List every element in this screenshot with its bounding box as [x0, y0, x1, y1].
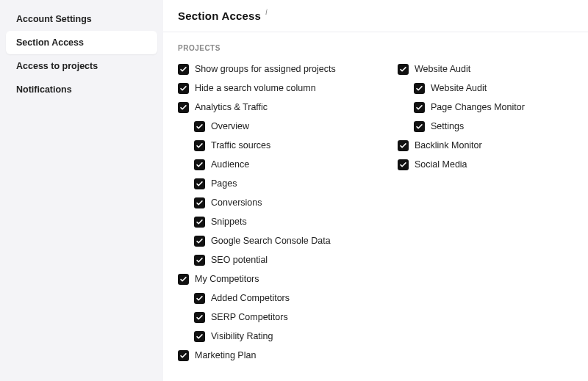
sidebar: Account SettingsSection AccessAccess to …	[0, 0, 163, 381]
page-title: Section Access	[178, 10, 261, 22]
permission-label: Website Audit	[415, 64, 470, 74]
sidebar-item-label: Section Access	[16, 37, 84, 48]
main: Section Access i PROJECTS Show groups fo…	[163, 0, 588, 381]
checkbox[interactable]	[398, 159, 409, 170]
page-header: Section Access i	[163, 0, 588, 32]
check-icon	[196, 161, 204, 169]
permission-label: SERP Competitors	[211, 312, 288, 322]
permission-label: Snippets	[211, 217, 247, 227]
check-icon	[415, 84, 423, 92]
check-icon	[196, 199, 204, 207]
permission-row: Settings	[414, 117, 573, 136]
permission-label: Pages	[211, 178, 237, 189]
permission-label: Show groups for assigned projects	[195, 64, 336, 74]
checkbox[interactable]	[194, 121, 205, 132]
check-icon	[179, 275, 187, 283]
check-icon	[196, 294, 204, 302]
permission-label: Settings	[431, 121, 464, 131]
check-icon	[179, 352, 187, 360]
check-icon	[196, 333, 204, 341]
check-icon	[399, 65, 407, 73]
permission-row: Website Audit	[414, 79, 573, 98]
projects-col-left: Show groups for assigned projectsHide a …	[178, 59, 354, 365]
check-icon	[415, 123, 423, 131]
permission-label: Page Changes Monitor	[431, 102, 525, 112]
permission-label: Conversions	[211, 197, 262, 208]
permission-row: Overview	[194, 117, 354, 136]
checkbox[interactable]	[414, 83, 425, 94]
permission-row: Visibility Rating	[194, 327, 354, 346]
checkbox[interactable]	[194, 159, 205, 170]
projects-col-right: Website AuditWebsite AuditPage Changes M…	[398, 59, 573, 365]
permission-row: Google Search Console Data	[194, 231, 354, 250]
check-icon	[399, 142, 407, 150]
checkbox[interactable]	[178, 274, 189, 285]
checkbox[interactable]	[194, 236, 205, 247]
checkbox[interactable]	[178, 102, 189, 113]
check-icon	[196, 142, 204, 150]
permission-row: Marketing Plan	[178, 346, 354, 365]
checkbox[interactable]	[194, 312, 205, 323]
sidebar-item-label: Account Settings	[16, 14, 92, 24]
check-icon	[179, 84, 187, 92]
check-icon	[196, 123, 204, 131]
sidebar-item-notifications[interactable]: Notifications	[6, 78, 157, 101]
permission-row: Page Changes Monitor	[414, 98, 573, 117]
permission-row: Show groups for assigned projects	[178, 59, 354, 79]
permission-row: Analytics & Traffic	[178, 98, 354, 117]
permission-label: Added Competitors	[211, 293, 290, 303]
check-icon	[196, 313, 204, 322]
sidebar-item-section-access[interactable]: Section Access	[6, 31, 157, 54]
permission-label: Hide a search volume column	[195, 83, 316, 93]
permission-row: Conversions	[194, 193, 354, 212]
sidebar-item-account-settings[interactable]: Account Settings	[6, 7, 157, 31]
permission-row: Traffic sources	[194, 136, 354, 155]
permission-label: Google Search Console Data	[211, 236, 331, 246]
sidebar-item-label: Notifications	[16, 84, 72, 95]
permission-label: Social Media	[415, 159, 467, 170]
checkbox[interactable]	[178, 83, 189, 94]
checkbox[interactable]	[398, 64, 409, 75]
checkbox[interactable]	[194, 197, 205, 208]
permission-row: Hide a search volume column	[178, 79, 354, 98]
permission-label: Analytics & Traffic	[195, 102, 268, 112]
sidebar-item-access-to-projects[interactable]: Access to projects	[6, 54, 157, 78]
check-icon	[179, 65, 187, 73]
checkbox[interactable]	[178, 350, 189, 361]
check-icon	[399, 161, 407, 169]
permission-row: Snippets	[194, 212, 354, 231]
checkbox[interactable]	[194, 178, 205, 189]
info-icon[interactable]: i	[265, 8, 267, 16]
check-icon	[415, 104, 423, 112]
checkbox[interactable]	[414, 121, 425, 132]
check-icon	[196, 180, 204, 188]
permission-label: Website Audit	[431, 83, 487, 93]
permission-row: My Competitors	[178, 269, 354, 289]
permission-row: Backlink Monitor	[398, 136, 573, 155]
checkbox[interactable]	[194, 217, 205, 228]
permission-label: Visibility Rating	[211, 331, 273, 341]
permission-label: Overview	[211, 121, 249, 131]
checkbox[interactable]	[178, 64, 189, 75]
checkbox[interactable]	[414, 102, 425, 113]
permission-row: SERP Competitors	[194, 308, 354, 327]
checkbox[interactable]	[194, 140, 205, 151]
sidebar-item-label: Access to projects	[16, 61, 98, 71]
permission-label: SEO potential	[211, 255, 268, 265]
permission-label: Audience	[211, 159, 249, 170]
permission-row: Website Audit	[398, 59, 573, 79]
check-icon	[196, 237, 204, 245]
permission-label: Traffic sources	[211, 140, 270, 150]
content: PROJECTS Show groups for assigned projec…	[163, 32, 588, 381]
checkbox[interactable]	[194, 293, 205, 304]
sidebar-nav: Account SettingsSection AccessAccess to …	[6, 7, 157, 101]
checkbox[interactable]	[398, 140, 409, 151]
permission-row: Audience	[194, 155, 354, 174]
checkbox[interactable]	[194, 255, 205, 266]
section-label: PROJECTS	[178, 44, 573, 52]
permission-row: Pages	[194, 174, 354, 193]
permission-row: Added Competitors	[194, 289, 354, 308]
checkbox[interactable]	[194, 331, 205, 342]
permission-row: SEO potential	[194, 250, 354, 269]
permission-label: My Competitors	[195, 274, 259, 284]
